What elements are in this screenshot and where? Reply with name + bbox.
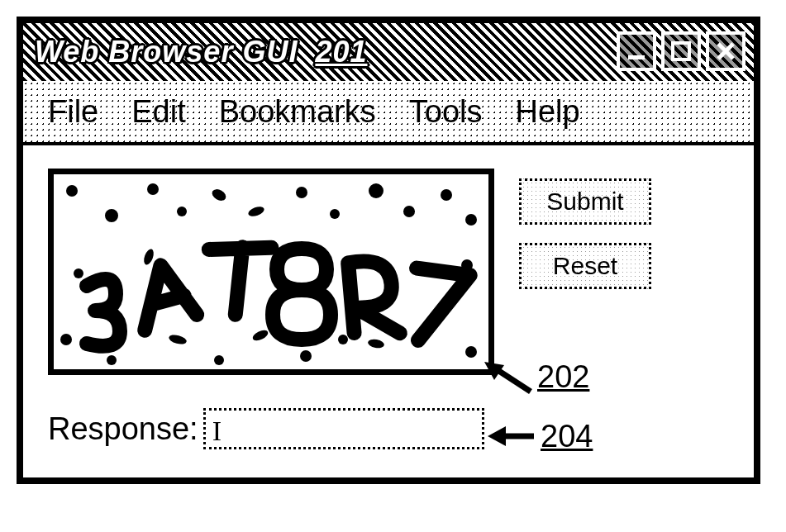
- svg-point-14: [441, 189, 452, 201]
- menu-edit[interactable]: Edit: [131, 94, 185, 130]
- svg-rect-1: [673, 43, 689, 59]
- svg-point-5: [105, 209, 118, 222]
- svg-point-15: [465, 214, 477, 226]
- close-button[interactable]: [706, 31, 746, 71]
- submit-button[interactable]: Submit: [519, 178, 651, 225]
- svg-rect-0: [628, 55, 645, 59]
- captcha-image: [48, 169, 494, 375]
- window-title-text: Web Browser GUI: [35, 35, 298, 69]
- svg-point-8: [210, 187, 228, 202]
- svg-point-16: [74, 268, 83, 278]
- window-controls: [617, 31, 746, 71]
- callout-captcha: 202: [483, 359, 589, 395]
- minimize-button[interactable]: [617, 31, 656, 71]
- svg-point-9: [247, 205, 265, 218]
- svg-point-13: [403, 206, 415, 217]
- svg-point-4: [66, 185, 78, 197]
- content-area: Submit Reset 202 Response: I 204: [23, 145, 754, 477]
- menu-tools[interactable]: Tools: [409, 94, 483, 130]
- side-buttons: Submit Reset: [519, 178, 651, 289]
- menubar: File Edit Bookmarks Tools Help: [23, 81, 754, 145]
- text-cursor-icon: I: [212, 416, 222, 447]
- browser-window: Web Browser GUI 201 File Edit Bookmarks …: [17, 17, 760, 484]
- reset-button[interactable]: Reset: [519, 243, 651, 289]
- svg-marker-30: [488, 426, 506, 446]
- svg-point-11: [330, 209, 340, 219]
- svg-point-26: [465, 346, 477, 358]
- menu-help[interactable]: Help: [516, 94, 580, 130]
- maximize-button[interactable]: [661, 31, 701, 71]
- svg-point-12: [369, 183, 383, 198]
- svg-point-19: [168, 333, 188, 345]
- svg-point-20: [214, 355, 224, 365]
- arrow-icon: [483, 359, 532, 395]
- menu-file[interactable]: File: [48, 94, 98, 130]
- svg-point-7: [177, 207, 187, 216]
- response-label: Response:: [48, 411, 198, 447]
- captcha-svg: [54, 174, 488, 369]
- svg-point-21: [251, 328, 269, 343]
- svg-point-10: [296, 187, 307, 198]
- response-input[interactable]: I: [203, 408, 484, 449]
- callout-ref-204: 204: [541, 419, 593, 454]
- callout-response: 204: [486, 418, 593, 454]
- svg-point-17: [60, 334, 72, 345]
- svg-point-28: [367, 338, 384, 349]
- svg-point-6: [147, 183, 159, 195]
- svg-point-23: [338, 335, 348, 344]
- svg-point-27: [142, 248, 155, 266]
- titlebar: Web Browser GUI 201: [23, 23, 754, 81]
- callout-ref-202: 202: [537, 359, 589, 395]
- window-title-ref: 201: [315, 35, 367, 69]
- arrow-icon: [486, 418, 536, 454]
- svg-point-22: [300, 350, 312, 362]
- svg-point-18: [107, 355, 117, 365]
- response-row: Response: I: [48, 408, 729, 449]
- menu-bookmarks[interactable]: Bookmarks: [219, 94, 376, 130]
- top-row: Submit Reset: [48, 169, 729, 375]
- window-title: Web Browser GUI 201: [35, 35, 368, 69]
